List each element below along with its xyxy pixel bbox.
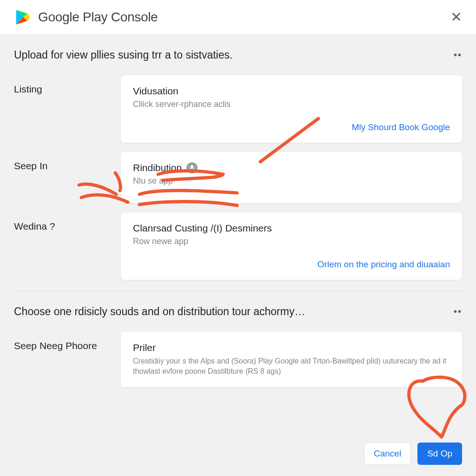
row-label-wedina: Wedina ? [14,212,112,232]
card-priler[interactable]: Priler Creatidiiy your s the Alps and (S… [121,332,462,387]
card-title-text: Rindibution [133,162,182,173]
card-subtitle: Row newe app [133,237,450,246]
section1-title: Upload for view pllies susing trr a to s… [14,49,232,61]
section-divider [14,291,462,291]
card-title: Clanrsad Custing /(I) Desminers [133,223,450,234]
row-wedina: Wedina ? Clanrsad Custing /(I) Desminers… [14,212,462,280]
card-vidusation[interactable]: Vidusation Cllick server-rphance aclis M… [121,75,462,143]
card-subtitle: Creatidiiy your s the Alps and (Soora) P… [133,356,450,377]
row-listing: Listing Vidusation Cllick server-rphance… [14,75,462,143]
row-label-listing: Listing [14,75,112,95]
section2-header: Choose one rdisicly souds and on distrib… [14,305,462,318]
card-rindibution[interactable]: Rindibution Nlu se app [121,152,462,203]
footer-actions: Cancel Sd Op [0,434,476,476]
row-label-seep-in: Seep In [14,152,112,172]
section2-title: Choose one rdisicly souds and on distrib… [14,305,305,318]
row-seep-in: Seep In Rindibution Nlu se app [14,152,462,203]
more-icon[interactable]: •• [454,306,462,317]
card-subtitle: Cllick server-rphance aclis [133,99,450,109]
close-icon[interactable]: ✕ [450,10,462,24]
cancel-button[interactable]: Cancel [364,443,411,465]
header-title: Google Play Console [38,10,158,25]
header-left: Google Play Console [14,8,158,26]
row-seep-neeg: Seep Neeg Phoore Priler Creatidiiy your … [14,332,462,387]
section1-header: Upload for view pllies susing trr a to s… [14,49,462,61]
header-bar: Google Play Console ✕ [0,0,476,35]
google-play-logo-icon [14,8,32,26]
mic-icon [186,162,198,173]
card-subtitle: Nlu se app [133,176,450,186]
card-title: Rindibution [133,162,450,173]
card-link[interactable]: Orlem on the pricing and diuaaian [133,259,450,270]
more-icon[interactable]: •• [454,50,462,60]
svg-rect-0 [191,165,193,169]
content-area: Upload for view pllies susing trr a to s… [0,35,476,387]
row-label-seep-neeg: Seep Neeg Phoore [14,332,112,351]
submit-button[interactable]: Sd Op [417,443,462,465]
card-clanrsad[interactable]: Clanrsad Custing /(I) Desminers Row newe… [121,212,462,280]
card-link[interactable]: Mly Shourd Book Google [133,122,450,132]
card-title: Priler [133,342,450,353]
card-title: Vidusation [133,86,450,97]
